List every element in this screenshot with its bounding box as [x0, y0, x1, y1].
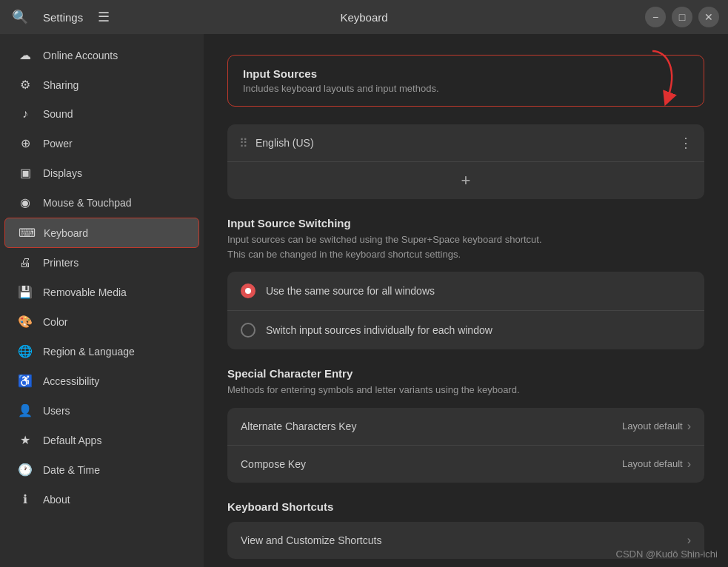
shortcuts-title: Keyboard Shortcuts: [227, 500, 704, 513]
color-icon: 🎨: [18, 315, 33, 329]
special-char-title: Special Character Entry: [227, 367, 704, 380]
switching-title: Input Source Switching: [227, 217, 704, 229]
radio-label-same-source: Use the same source for all windows: [266, 285, 435, 297]
input-sources-title: Input Sources: [243, 67, 689, 80]
close-button[interactable]: ✕: [698, 7, 719, 27]
power-icon: ⊕: [18, 136, 33, 150]
search-button[interactable]: 🔍: [9, 6, 31, 28]
sidebar-item-power[interactable]: ⊕ Power: [4, 129, 199, 158]
input-sources-section: Input Sources Includes keyboard layouts …: [227, 55, 704, 107]
sidebar-item-removable-media[interactable]: 💾 Removable Media: [4, 278, 199, 306]
radio-unselected-indicator: [241, 323, 256, 338]
sidebar-item-accessibility[interactable]: ♿ Accessibility: [4, 366, 199, 395]
sidebar-label: Sharing: [43, 79, 79, 91]
input-sources-box: Input Sources Includes keyboard layouts …: [227, 55, 704, 107]
sidebar: ☁ Online Accounts ⚙ Sharing ♪ Sound ⊕ Po…: [0, 34, 204, 567]
sidebar-item-color[interactable]: 🎨 Color: [4, 307, 199, 336]
input-sources-subtitle: Includes keyboard layouts and input meth…: [243, 83, 689, 94]
source-menu-button[interactable]: ⋮: [679, 135, 692, 151]
sidebar-item-default-apps[interactable]: ★ Default Apps: [4, 426, 199, 454]
about-icon: ℹ: [18, 492, 33, 506]
keyboard-icon: ⌨: [19, 226, 33, 240]
compose-key-row[interactable]: Compose Key Layout default ›: [227, 446, 704, 483]
watermark: CSDN @Kudō Shin-ichi: [616, 548, 718, 560]
sidebar-label: Removable Media: [43, 286, 127, 298]
printers-icon: 🖨: [18, 256, 33, 269]
sidebar-label: Users: [43, 405, 70, 417]
window-controls: − □ ✕: [645, 7, 719, 27]
add-icon: +: [461, 171, 471, 190]
sidebar-label: Displays: [43, 167, 82, 179]
sidebar-item-sharing[interactable]: ⚙ Sharing: [4, 70, 199, 99]
compose-key-value-container: Layout default ›: [622, 457, 691, 471]
titlebar-left: 🔍 Settings ☰: [9, 6, 113, 28]
sidebar-label: Sound: [43, 108, 73, 120]
view-customize-right: ›: [687, 534, 691, 547]
special-character-section: Special Character Entry Methods for ente…: [227, 367, 704, 483]
compose-key-value: Layout default: [622, 458, 683, 469]
menu-button[interactable]: ☰: [95, 6, 113, 28]
switching-radio-group: Use the same source for all windows Swit…: [227, 272, 704, 349]
cloud-icon: ☁: [18, 48, 33, 62]
region-icon: 🌐: [18, 344, 33, 358]
accessibility-icon: ♿: [18, 374, 33, 388]
sidebar-label: Mouse & Touchpad: [43, 197, 132, 209]
sidebar-item-online-accounts[interactable]: ☁ Online Accounts: [4, 41, 199, 70]
chevron-right-icon-2: ›: [687, 457, 691, 471]
sound-icon: ♪: [18, 107, 33, 121]
sidebar-item-sound[interactable]: ♪ Sound: [4, 100, 199, 128]
radio-label-per-window: Switch input sources individually for ea…: [266, 324, 492, 336]
add-source-button[interactable]: +: [227, 162, 704, 199]
sidebar-item-users[interactable]: 👤 Users: [4, 396, 199, 425]
sidebar-item-date-time[interactable]: 🕐 Date & Time: [4, 455, 199, 484]
radio-same-source[interactable]: Use the same source for all windows: [227, 272, 704, 311]
app-title: Settings: [43, 11, 83, 24]
minimize-button[interactable]: −: [645, 7, 666, 27]
chevron-right-icon: ›: [687, 420, 691, 433]
special-char-group: Alternate Characters Key Layout default …: [227, 408, 704, 483]
sidebar-item-printers[interactable]: 🖨 Printers: [4, 249, 199, 277]
sidebar-item-about[interactable]: ℹ About: [4, 485, 199, 514]
sidebar-label: Default Apps: [43, 435, 101, 446]
sidebar-label: Color: [43, 316, 67, 328]
sidebar-item-mouse-touchpad[interactable]: ◉ Mouse & Touchpad: [4, 188, 199, 217]
removable-media-icon: 💾: [18, 285, 33, 299]
displays-icon: ▣: [18, 166, 33, 180]
datetime-icon: 🕐: [18, 463, 33, 477]
view-customize-label: View and Customize Shortcuts: [241, 534, 381, 546]
main-layout: ☁ Online Accounts ⚙ Sharing ♪ Sound ⊕ Po…: [0, 34, 728, 567]
sidebar-label: Accessibility: [43, 375, 99, 387]
sidebar-label: Region & Language: [43, 346, 135, 358]
compose-key-label: Compose Key: [241, 458, 306, 470]
default-apps-icon: ★: [18, 433, 33, 447]
mouse-icon: ◉: [18, 195, 33, 209]
sidebar-item-region-language[interactable]: 🌐 Region & Language: [4, 337, 199, 366]
alt-chars-key-value-container: Layout default ›: [622, 420, 691, 433]
special-char-desc: Methods for entering symbols and letter …: [227, 383, 704, 397]
switching-desc: Input sources can be switched using the …: [227, 232, 704, 261]
source-list: ⠿ English (US) ⋮ +: [227, 124, 704, 199]
input-source-switching-section: Input Source Switching Input sources can…: [227, 217, 704, 349]
sidebar-label: Online Accounts: [43, 50, 118, 61]
alt-chars-key-row[interactable]: Alternate Characters Key Layout default …: [227, 408, 704, 446]
content-area: Input Sources Includes keyboard layouts …: [204, 34, 728, 567]
titlebar: 🔍 Settings ☰ Keyboard − □ ✕: [0, 0, 728, 34]
chevron-right-icon-3: ›: [687, 534, 691, 547]
source-name: English (US): [256, 137, 679, 149]
window-title: Keyboard: [340, 11, 387, 24]
sidebar-label: Keyboard: [44, 227, 88, 239]
sidebar-label: Date & Time: [43, 464, 100, 476]
alt-chars-key-label: Alternate Characters Key: [241, 420, 356, 432]
alt-chars-key-value: Layout default: [622, 420, 683, 432]
sidebar-item-displays[interactable]: ▣ Displays: [4, 158, 199, 187]
sidebar-label: About: [43, 494, 70, 506]
sidebar-label: Printers: [43, 257, 79, 269]
users-icon: 👤: [18, 403, 33, 417]
drag-handle-icon: ⠿: [239, 136, 248, 150]
sharing-icon: ⚙: [18, 78, 33, 92]
sidebar-item-keyboard[interactable]: ⌨ Keyboard: [4, 218, 199, 248]
radio-per-window[interactable]: Switch input sources individually for ea…: [227, 311, 704, 349]
maximize-button[interactable]: □: [672, 7, 692, 27]
sidebar-label: Power: [43, 138, 73, 150]
source-item-english[interactable]: ⠿ English (US) ⋮: [227, 124, 704, 162]
